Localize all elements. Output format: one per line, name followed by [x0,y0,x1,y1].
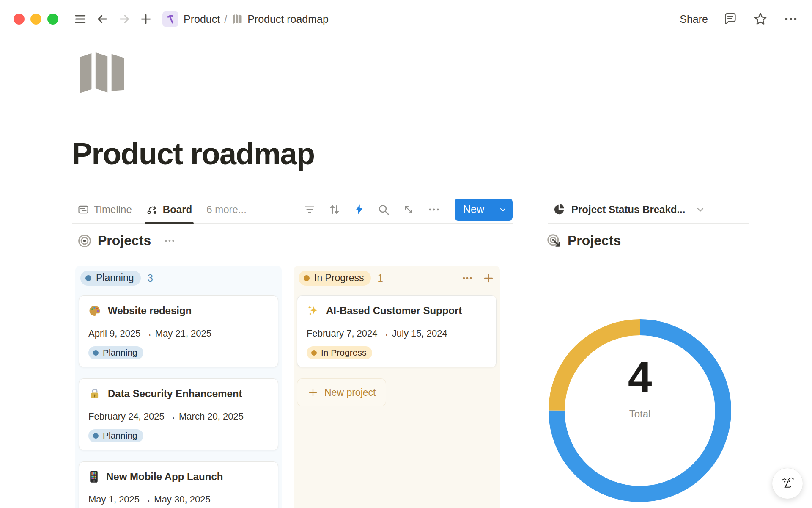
breadcrumb-root[interactable]: Product [184,13,220,25]
palette-icon [88,304,101,317]
card-title: Website redesign [108,305,192,317]
target-icon [77,234,92,248]
comment-icon[interactable] [723,12,738,26]
chart-selector-row: Project Status Breakd... [548,196,749,224]
lightning-icon[interactable] [353,204,365,215]
forward-arrow-icon[interactable] [118,12,131,26]
status-label: Planning [103,348,137,358]
status-pill-planning[interactable]: Planning [80,271,141,286]
project-card[interactable]: AI-Based Customer Support February 7, 20… [297,295,497,367]
kanban-board: Planning 3 Website redesign April 9, 202… [75,266,500,508]
sort-icon[interactable] [328,203,341,216]
tab-label: Timeline [94,204,132,215]
tab-timeline[interactable]: Timeline [77,196,132,223]
column-count: 1 [378,272,383,284]
plus-icon [307,387,318,398]
page-icon-map[interactable] [76,51,128,96]
status-dot [304,275,310,281]
card-title: AI-Based Customer Support [326,305,462,317]
hammer-icon [165,14,176,24]
project-card[interactable]: New Mobile App Launch May 1, 2025 → May … [79,461,278,508]
new-project-label: New project [324,387,376,398]
sparkles-icon [307,304,319,317]
board-view-icon [146,204,158,215]
plus-icon[interactable] [140,13,152,25]
column-header: Planning 3 [79,270,278,286]
status-pill-in-progress[interactable]: In Progress [299,271,371,286]
timeline-view-icon [77,204,89,215]
status-dot [85,275,91,281]
mobile-phone-icon [88,470,99,483]
map-icon [231,13,243,25]
chart-selector[interactable]: Project Status Breakd... [553,203,705,216]
project-card[interactable]: Data Security Enhancement February 24, 2… [79,378,278,450]
breadcrumb-separator: / [224,13,227,25]
chart-selector-label: Project Status Breakd... [571,204,685,215]
column-planning: Planning 3 Website redesign April 9, 202… [75,266,282,508]
status-label: In Progress [314,272,364,284]
status-label: Planning [96,272,134,284]
status-donut-chart [547,318,733,504]
card-title: New Mobile App Launch [106,471,223,483]
target-arrow-icon [546,233,562,248]
search-icon[interactable] [377,203,390,216]
star-icon[interactable] [753,11,768,27]
pie-chart-icon [553,203,565,216]
card-dates: April 9, 2025 → May 21, 2025 [88,328,269,339]
more-tools-ellipsis-icon[interactable] [427,203,441,216]
new-button[interactable]: New [455,199,493,221]
board-section-title: Projects [98,233,151,248]
tab-label: 6 more... [206,204,247,215]
column-count: 3 [148,272,153,284]
window-controls [14,14,58,25]
new-project-button[interactable]: New project [297,378,386,406]
tab-more-views[interactable]: 6 more... [206,196,247,223]
filter-icon[interactable] [303,203,316,216]
workspace-badge[interactable] [162,11,178,27]
view-tabs-row: Timeline Board 6 more... [72,196,513,224]
project-card[interactable]: Website redesign April 9, 2025 → May 21,… [79,295,278,367]
minimize-window-button[interactable] [30,14,41,25]
lock-icon [88,387,101,400]
status-dot [93,433,99,439]
tab-label: Board [163,204,192,215]
window-titlebar: Product / Product roadmap Share [0,0,812,38]
status-label: Planning [103,431,137,441]
close-window-button[interactable] [14,14,25,25]
chart-section-title: Projects [568,233,621,248]
titlebar-actions: Share [680,11,798,27]
share-button[interactable]: Share [680,13,708,25]
breadcrumb-current[interactable]: Product roadmap [247,13,329,25]
hamburger-menu-icon[interactable] [74,12,87,26]
breadcrumb: Product / Product roadmap [162,11,329,27]
section-ellipsis-icon[interactable] [163,234,176,248]
tab-board[interactable]: Board [146,196,192,223]
status-dot [311,350,317,356]
page-title: Product roadmap [72,136,315,171]
back-arrow-icon[interactable] [96,12,109,26]
column-ellipsis-icon[interactable] [461,272,474,284]
card-status-tag: Planning [88,346,143,359]
expand-icon[interactable] [402,203,415,216]
card-dates: May 1, 2025 → May 30, 2025 [88,494,269,505]
chevron-down-icon [695,204,705,215]
ai-face-icon [779,475,796,492]
ai-assistant-button[interactable] [772,468,803,499]
card-status-tag: Planning [88,429,143,442]
card-status-tag: In Progress [307,346,372,359]
view-toolbar: New [303,199,513,221]
chart-section-header: Projects [546,233,621,248]
column-add-icon[interactable] [482,272,495,284]
ellipsis-icon[interactable] [783,11,798,27]
column-in-progress: In Progress 1 AI-Based Customer Support … [294,266,500,508]
view-tabs: Timeline Board 6 more... [77,196,247,223]
card-dates: February 24, 2025 → March 20, 2025 [88,411,269,422]
zoom-window-button[interactable] [47,14,58,25]
card-title: Data Security Enhancement [108,388,242,400]
card-dates: February 7, 2024 → July 15, 2024 [307,328,487,339]
board-section-header: Projects [77,233,176,248]
column-header: In Progress 1 [297,270,497,286]
status-label: In Progress [321,348,366,358]
status-dot [93,350,99,356]
new-button-chevron-down-icon[interactable] [493,199,513,221]
